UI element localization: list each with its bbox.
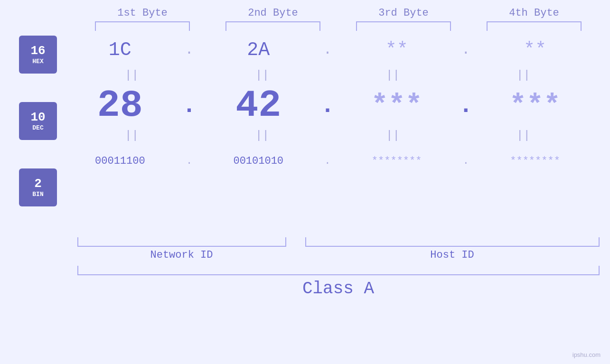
- host-bracket: [305, 237, 600, 247]
- eq-6: ||: [206, 129, 319, 142]
- top-brackets: [77, 21, 600, 31]
- class-label: Class A: [77, 279, 600, 299]
- content-rows: 16 HEX 10 DEC 2 BIN 1C . 2A: [0, 31, 610, 235]
- bracket-top-2: [225, 21, 320, 31]
- hex-val-3: **: [349, 39, 444, 61]
- equals-row-2: || || || ||: [66, 129, 589, 142]
- hex-row: 1C . 2A . ** . **: [66, 31, 589, 69]
- eq-4: ||: [467, 69, 581, 82]
- dot-dec-2: .: [318, 92, 337, 119]
- bin-badge-number: 2: [34, 177, 42, 191]
- dot-hex-2: .: [318, 42, 337, 58]
- eq-8: ||: [467, 129, 581, 142]
- byte-header-4: 4th Byte: [482, 7, 586, 19]
- long-bracket-row: [77, 266, 600, 275]
- bracket-top-1: [95, 21, 190, 31]
- dot-dec-1: .: [180, 92, 199, 119]
- badges-column: 16 HEX 10 DEC 2 BIN: [0, 31, 66, 235]
- bottom-brackets: [77, 237, 600, 247]
- eq-1: ||: [75, 69, 189, 82]
- byte-header-1: 1st Byte: [90, 7, 195, 19]
- byte-headers: 1st Byte 2nd Byte 3rd Byte 4th Byte: [77, 7, 600, 19]
- dec-badge: 10 DEC: [19, 102, 57, 140]
- bin-val-4: ********: [488, 155, 582, 167]
- eq-2: ||: [206, 69, 319, 82]
- dec-badge-label: DEC: [32, 124, 43, 131]
- dot-bin-1: .: [180, 155, 199, 167]
- bracket-top-3: [356, 21, 451, 31]
- eq-3: ||: [336, 69, 450, 82]
- bin-val-3: ********: [349, 155, 444, 167]
- hex-val-1: 1C: [73, 39, 168, 61]
- bin-badge-label: BIN: [32, 191, 43, 198]
- host-id-label: Host ID: [305, 249, 600, 261]
- bin-val-2: 00101010: [211, 155, 306, 167]
- dot-bin-3: .: [456, 155, 475, 167]
- dot-bin-2: .: [318, 155, 337, 167]
- dec-badge-number: 10: [30, 111, 45, 124]
- bin-badge: 2 BIN: [19, 168, 57, 206]
- byte-header-2: 2nd Byte: [221, 7, 325, 19]
- values-column: 1C . 2A . ** . ** || || || ||: [66, 31, 608, 235]
- dot-hex-3: .: [456, 42, 475, 58]
- network-bracket: [77, 237, 286, 247]
- eq-7: ||: [336, 129, 450, 142]
- hex-val-4: **: [488, 39, 582, 61]
- watermark: ipshu.com: [572, 351, 601, 358]
- main-container: 1st Byte 2nd Byte 3rd Byte 4th Byte 16 H…: [0, 0, 610, 364]
- bottom-section: Network ID Host ID Class A: [77, 237, 600, 299]
- equals-row-1: || || || ||: [66, 69, 589, 82]
- hex-badge-number: 16: [30, 44, 45, 58]
- hex-val-2: 2A: [211, 39, 306, 61]
- bin-row: 00011100 . 00101010 . ******** . *******…: [66, 142, 589, 180]
- eq-5: ||: [75, 129, 189, 142]
- long-bracket: [77, 266, 600, 275]
- dec-val-1: 28: [73, 84, 168, 127]
- hex-badge-label: HEX: [32, 58, 43, 65]
- hex-badge: 16 HEX: [19, 36, 57, 74]
- dot-dec-3: .: [456, 92, 475, 119]
- bin-val-1: 00011100: [73, 155, 168, 167]
- dec-val-3: ***: [349, 89, 444, 121]
- network-id-label: Network ID: [77, 249, 286, 261]
- byte-header-3: 3rd Byte: [351, 7, 456, 19]
- dec-row: 28 . 42 . *** . ***: [66, 82, 589, 129]
- labels-row: Network ID Host ID: [77, 249, 600, 261]
- dec-val-4: ***: [488, 89, 582, 121]
- dec-val-2: 42: [211, 84, 306, 127]
- dot-hex-1: .: [180, 42, 199, 58]
- bracket-top-4: [487, 21, 582, 31]
